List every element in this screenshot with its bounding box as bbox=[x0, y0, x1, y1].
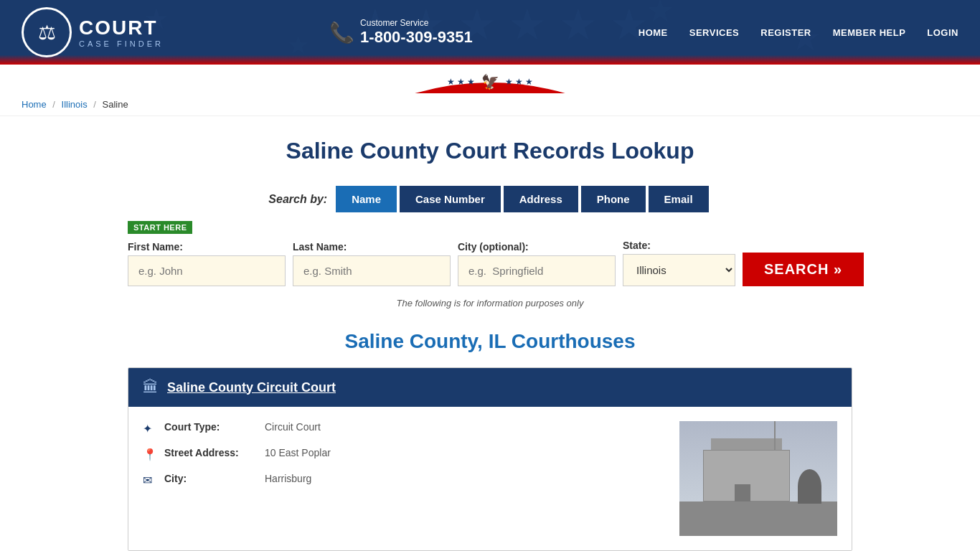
breadcrumb-saline: Saline bbox=[103, 99, 128, 110]
courthouse-body: ✦ Court Type: Circuit Court 📍 Street Add… bbox=[128, 407, 852, 550]
tab-name[interactable]: Name bbox=[336, 186, 397, 212]
courthouses-section-title: Saline County, IL Courthouses bbox=[128, 330, 852, 353]
detail-row-address: 📍 Street Address: 10 East Poplar bbox=[143, 447, 665, 461]
eagle-center: ★ ★ ★ 🦅 ★ ★ ★ bbox=[447, 73, 533, 93]
tab-case-number[interactable]: Case Number bbox=[400, 186, 501, 212]
svg-text:★: ★ bbox=[646, 0, 674, 29]
logo-area[interactable]: ⚖ COURT CASE FINDER bbox=[22, 7, 164, 57]
site-header: ★ ★ ★ ★ ★ ★ ★ ★ ★ ★ ⚖ COURT CASE FINDER … bbox=[0, 0, 980, 65]
start-here-badge: START HERE bbox=[128, 221, 192, 234]
phone-text: Customer Service 1-800-309-9351 bbox=[360, 18, 473, 47]
main-content: Saline County Court Records Lookup Searc… bbox=[113, 116, 867, 551]
search-button[interactable]: SEARCH » bbox=[743, 253, 864, 286]
address-value: 10 East Poplar bbox=[265, 447, 331, 458]
logo-court-label: COURT bbox=[79, 17, 164, 39]
last-name-input[interactable] bbox=[293, 255, 451, 286]
detail-row-type: ✦ Court Type: Circuit Court bbox=[143, 421, 665, 435]
state-label: State: bbox=[623, 240, 735, 251]
breadcrumb: Home / Illinois / Saline bbox=[0, 93, 980, 116]
court-type-icon: ✦ bbox=[143, 422, 157, 435]
city-detail-label: City: bbox=[164, 473, 258, 484]
tab-email[interactable]: Email bbox=[649, 186, 709, 212]
logo-text: COURT CASE FINDER bbox=[79, 17, 164, 48]
state-group: State: Illinois Alabama Alaska Arizona A… bbox=[623, 240, 735, 286]
star-row-left: ★ ★ ★ bbox=[447, 77, 476, 87]
breadcrumb-sep-1: / bbox=[52, 99, 55, 110]
logo-sub-label: CASE FINDER bbox=[79, 39, 164, 48]
city-detail-icon: ✉ bbox=[143, 474, 157, 487]
phone-area: 📞 Customer Service 1-800-309-9351 bbox=[329, 18, 473, 47]
eagle-icon: 🦅 bbox=[481, 73, 499, 90]
courthouse-image bbox=[679, 421, 837, 536]
breadcrumb-home[interactable]: Home bbox=[22, 99, 47, 110]
first-name-label: First Name: bbox=[128, 241, 286, 253]
nav-register[interactable]: REGISTER bbox=[760, 27, 811, 38]
nav-home[interactable]: HOME bbox=[639, 27, 668, 38]
tab-phone[interactable]: Phone bbox=[581, 186, 646, 212]
main-nav: HOME SERVICES REGISTER MEMBER HELP LOGIN bbox=[639, 27, 958, 38]
courthouse-card: 🏛 Saline County Circuit Court ✦ Court Ty… bbox=[128, 367, 852, 551]
disclaimer-text: The following is for information purpose… bbox=[128, 298, 852, 309]
eagle-banner: ★ ★ ★ 🦅 ★ ★ ★ bbox=[0, 65, 980, 93]
nav-login[interactable]: LOGIN bbox=[927, 27, 958, 38]
city-input[interactable] bbox=[458, 255, 616, 286]
search-section: Search by: Name Case Number Address Phon… bbox=[128, 186, 852, 309]
address-icon: 📍 bbox=[143, 448, 157, 461]
detail-row-city: ✉ City: Harrisburg bbox=[143, 473, 665, 487]
court-type-label: Court Type: bbox=[164, 421, 258, 433]
city-label: City (optional): bbox=[458, 241, 616, 253]
courthouse-icon: 🏛 bbox=[143, 378, 159, 397]
state-select[interactable]: Illinois Alabama Alaska Arizona Arkansas… bbox=[623, 254, 735, 286]
star-row-right: ★ ★ ★ bbox=[505, 77, 534, 87]
court-type-value: Circuit Court bbox=[265, 421, 321, 433]
logo-icon: ⚖ bbox=[22, 7, 72, 57]
svg-text:★: ★ bbox=[287, 31, 309, 59]
first-name-input[interactable] bbox=[128, 255, 286, 286]
nav-member-help[interactable]: MEMBER HELP bbox=[833, 27, 906, 38]
search-by-row: Search by: Name Case Number Address Phon… bbox=[128, 186, 852, 212]
courthouse-header: 🏛 Saline County Circuit Court bbox=[128, 368, 852, 407]
city-group: City (optional): bbox=[458, 241, 616, 286]
building-sketch bbox=[679, 421, 837, 536]
address-label: Street Address: bbox=[164, 447, 258, 458]
first-name-group: First Name: bbox=[128, 241, 286, 286]
search-by-label: Search by: bbox=[268, 193, 327, 206]
page-title: Saline County Court Records Lookup bbox=[128, 138, 852, 164]
search-form: First Name: Last Name: City (optional): … bbox=[128, 240, 852, 286]
phone-icon: 📞 bbox=[329, 21, 354, 44]
breadcrumb-illinois[interactable]: Illinois bbox=[62, 99, 88, 110]
last-name-group: Last Name: bbox=[293, 241, 451, 286]
svg-text:★: ★ bbox=[789, 18, 821, 58]
breadcrumb-sep-2: / bbox=[93, 99, 96, 110]
tab-address[interactable]: Address bbox=[504, 186, 578, 212]
nav-services[interactable]: SERVICES bbox=[689, 27, 740, 38]
courthouse-details: ✦ Court Type: Circuit Court 📍 Street Add… bbox=[143, 421, 665, 536]
phone-number: 1-800-309-9351 bbox=[360, 28, 473, 47]
city-detail-value: Harrisburg bbox=[265, 473, 311, 484]
last-name-label: Last Name: bbox=[293, 241, 451, 253]
courthouse-name-link[interactable]: Saline County Circuit Court bbox=[167, 380, 336, 395]
phone-label: Customer Service bbox=[360, 18, 473, 28]
